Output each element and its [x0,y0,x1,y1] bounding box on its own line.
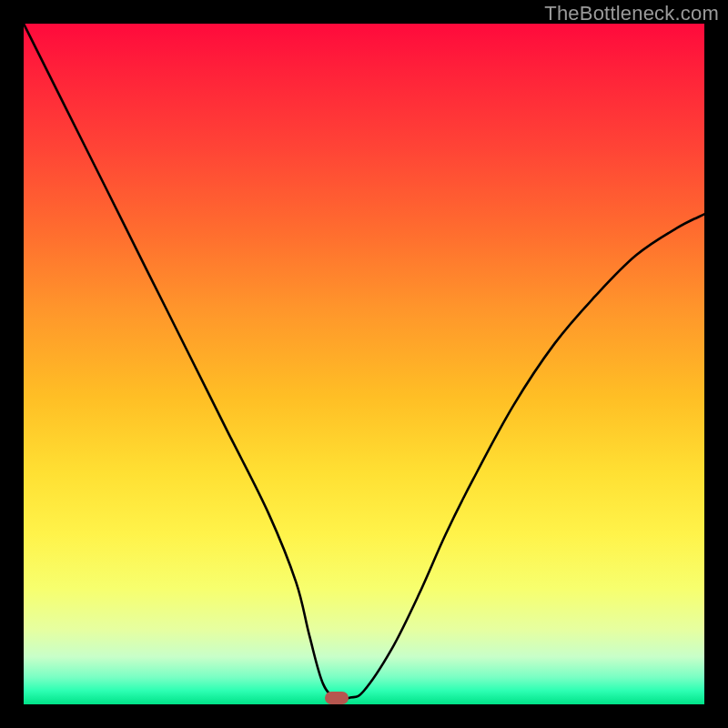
bottleneck-curve [24,24,704,699]
chart-frame: TheBottleneck.com [0,0,728,728]
watermark-text: TheBottleneck.com [544,2,719,25]
minimum-marker [325,692,349,704]
plot-area [24,24,704,704]
curve-svg [24,24,704,704]
